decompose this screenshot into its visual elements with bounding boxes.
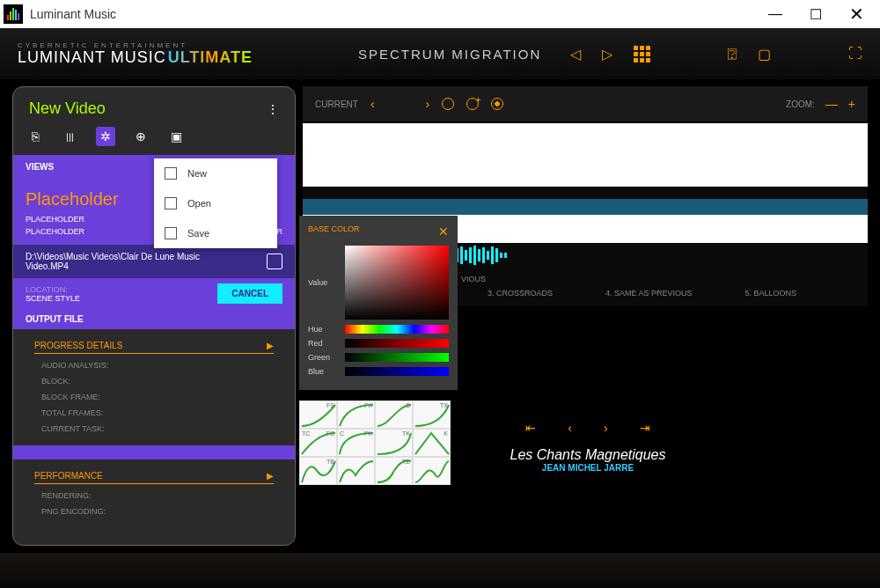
panel-tabs: ⎘ ⫼ ✲ ⊕ ▣ [13, 123, 295, 155]
value-label: Value [308, 278, 338, 287]
arrow-right-icon[interactable]: › [426, 97, 430, 111]
grid-icon[interactable] [634, 46, 650, 62]
prev-icon[interactable]: ◁ [570, 46, 581, 62]
tab-5[interactable]: ▣ [166, 127, 186, 146]
curve-tx[interactable]: TX [413, 401, 451, 429]
curve-fc[interactable]: FCTC [299, 429, 337, 457]
divider-bar [13, 445, 295, 459]
curve-b2[interactable] [337, 457, 375, 485]
menu-open[interactable]: Open [154, 188, 277, 218]
panel-menu-icon[interactable]: ⋮ [267, 102, 279, 116]
curve-fs[interactable]: FS [299, 401, 337, 429]
scene-3[interactable]: 3. CROSSROADS [488, 289, 553, 298]
perf-render: RENDERING: [34, 488, 274, 503]
header-bar: CYBERNETIC ENTERTAINMENT LUMINANT MUSIC … [0, 28, 880, 79]
close-icon[interactable]: ✕ [438, 224, 449, 239]
fullscreen-icon[interactable]: ⛶ [848, 46, 862, 62]
skip-start-icon[interactable]: ⇤ [525, 421, 536, 435]
brand-name: LUMINANT MUSIC [18, 49, 166, 65]
minimize-button[interactable]: — [755, 0, 796, 28]
brand-edition: ULTIMATE [168, 49, 253, 65]
prog-block: BLOCK: [34, 373, 274, 389]
prog-audio: AUDIO ANALYSIS: [34, 357, 274, 373]
tab-4[interactable]: ⊕ [131, 127, 150, 146]
save-icon[interactable] [267, 254, 282, 269]
panel-title: New Video [29, 99, 106, 118]
curve-te[interactable]: TE [375, 457, 413, 485]
ph-left1: PLACEHOLDER [26, 215, 84, 224]
green-label: Green [308, 353, 338, 362]
close-button[interactable]: ✕ [836, 0, 876, 28]
curve-fx[interactable]: FX [337, 401, 375, 429]
hue-slider[interactable] [345, 325, 449, 334]
marker-3-icon[interactable] [491, 98, 503, 110]
scene-5[interactable]: 5. BALLOONS [745, 289, 797, 298]
zoom-out-icon[interactable]: — [825, 97, 838, 111]
color-picker-title: BASE COLOR [308, 224, 360, 239]
perf-png: PNG ENCODING: [34, 503, 274, 519]
chat-icon[interactable]: ▢ [758, 46, 771, 62]
blue-slider[interactable] [345, 367, 449, 376]
green-slider[interactable] [345, 353, 449, 362]
sv-picker[interactable] [345, 246, 449, 320]
timeline-band-2[interactable] [303, 199, 868, 215]
menu-save[interactable]: Save [154, 218, 277, 248]
prog-frame: BLOCK FRAME: [34, 389, 274, 405]
hue-label: Hue [308, 325, 338, 334]
play-icon[interactable]: ▷ [602, 46, 612, 62]
curve-fk[interactable]: FKC [337, 429, 375, 457]
folder-icon [165, 197, 177, 209]
tab-3[interactable]: ✲ [96, 127, 115, 146]
scene-label: SCENE STYLE [26, 294, 80, 303]
ph-left2: PLACEHOLDER [26, 227, 84, 236]
curve-k[interactable]: K [413, 429, 451, 457]
timeline-toolbar: CURRENT ‹ › + ZOOM: — + [303, 86, 868, 121]
curve-s[interactable]: S [375, 401, 413, 429]
prog-task: CURRENT TASK: [34, 421, 274, 437]
color-picker: BASE COLOR✕ Value Hue Red Green Blue [299, 216, 458, 390]
blue-label: Blue [308, 367, 338, 376]
red-slider[interactable] [345, 339, 449, 348]
new-file-icon [165, 167, 177, 180]
previous-label: VIOUS [461, 275, 486, 283]
curve-tk[interactable]: TK [375, 429, 413, 457]
prog-total: TOTAL FRAMES: [34, 405, 274, 421]
left-panel: New Video ⋮ ⎘ ⫼ ✲ ⊕ ▣ VIEWS Placeholder … [12, 86, 296, 546]
maximize-button[interactable]: ☐ [796, 0, 836, 28]
current-label: CURRENT [315, 99, 358, 109]
curve-e2[interactable] [413, 457, 451, 485]
marker-2-icon[interactable]: + [466, 98, 479, 110]
menu-new[interactable]: New [154, 158, 277, 188]
expand-icon[interactable]: ▶ [267, 341, 274, 350]
red-label: Red [308, 339, 338, 348]
progress-header[interactable]: PROGRESS DETAILS [34, 341, 122, 350]
marker-1-icon[interactable] [442, 98, 454, 110]
app-logo [4, 4, 23, 24]
titlebar: Luminant Music — ☐ ✕ [0, 0, 880, 28]
file-path: D:\Videos\Music Videos\Clair De Lune Mus… [26, 252, 237, 271]
cancel-button[interactable]: CANCEL [217, 283, 282, 304]
help-icon[interactable]: ⍰ [728, 46, 737, 62]
next-track-icon[interactable]: › [604, 421, 608, 435]
zoom-label: ZOOM: [786, 99, 815, 109]
perf-header[interactable]: PERFORMANCE [34, 471, 103, 481]
location-label: LOCATION: [26, 285, 80, 294]
expand-icon[interactable]: ▶ [267, 471, 274, 481]
skip-end-icon[interactable]: ⇥ [640, 421, 650, 435]
section-title: SPECTRUM MIGRATION [358, 47, 541, 62]
context-menu: New Open Save [154, 158, 277, 248]
disk-icon [165, 227, 177, 239]
zoom-in-icon[interactable]: + [848, 97, 855, 111]
tab-2[interactable]: ⫼ [61, 127, 80, 146]
tab-1[interactable]: ⎘ [26, 127, 45, 146]
window-title: Luminant Music [30, 7, 116, 21]
footer [0, 553, 880, 588]
scene-4[interactable]: 4. SAME AS PREVIOUS [605, 289, 693, 298]
arrow-left-icon[interactable]: ‹ [370, 97, 375, 111]
brand: CYBERNETIC ENTERTAINMENT LUMINANT MUSIC … [18, 42, 253, 65]
prev-track-icon[interactable]: ‹ [568, 421, 572, 435]
timeline-band-1[interactable] [303, 123, 868, 187]
curve-tb[interactable]: TB [299, 457, 337, 485]
output-file-label: OUTPUT FILE [13, 309, 295, 329]
curve-presets: FS FX S TX FCTC FKC TK K TB TE [299, 401, 451, 485]
